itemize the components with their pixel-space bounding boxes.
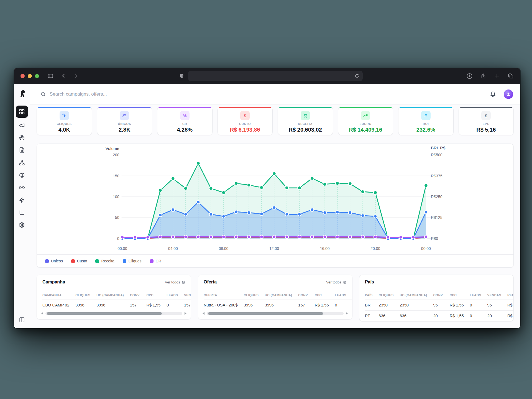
legend-item-únicos[interactable]: Únicos [45,259,63,263]
svg-text:00:00: 00:00 [117,246,127,251]
column-header: VENDAS [184,290,191,300]
trending-up-icon [361,111,370,120]
scroll-left-icon[interactable] [41,312,43,315]
table-cell: 157 [298,300,314,311]
avatar[interactable] [504,89,513,99]
sidebar-item-globe-icon[interactable] [16,170,28,180]
table-cell: 157 [352,300,352,311]
sidebar-item-zap-icon[interactable] [16,195,28,205]
column-header: UC (CAMPANHA) [96,290,130,300]
kpi-accent-bar [338,107,393,108]
legend-swatch [45,259,49,263]
kpi-row: CLIQUES4.0KÚNICOS2.8K%CR4.28%$CUSTOR$ 6.… [37,107,514,135]
ver-todos-link[interactable]: Ver todos [165,280,185,284]
svg-text:200: 200 [113,153,119,157]
horizontal-scrollbar[interactable] [203,312,348,315]
sidebar-item-hierarchy-icon[interactable] [16,158,28,168]
dog-logo[interactable] [14,84,30,104]
search-icon [40,91,46,97]
zoom-button[interactable] [35,74,39,78]
table-cell: Nutra - USA - 200$ [204,300,244,311]
table-cell: 3996 [75,300,96,311]
sidebar-item-settings-icon[interactable] [16,220,28,230]
kpi-value: R$ 20.603,02 [289,127,322,133]
bell-icon[interactable] [490,91,496,97]
legend-item-custo[interactable]: Custo [71,259,87,263]
column-header: RECEITA (CO [507,290,514,300]
svg-text:04:00: 04:00 [168,246,178,251]
horizontal-scrollbar[interactable] [41,312,186,315]
forward-icon[interactable] [73,73,79,79]
cart-icon [301,111,310,120]
sidebar-item-target-icon[interactable] [16,133,28,143]
column-header: CONV. [298,290,314,300]
ver-todos-link[interactable]: Ver todos [326,280,347,284]
reload-icon[interactable] [355,74,359,78]
scroll-left-icon[interactable] [203,312,204,315]
share-icon[interactable] [480,73,486,79]
svg-text:12:00: 12:00 [269,246,279,251]
sidebar-item-file-code-icon[interactable] [16,145,28,155]
kpi-label: CLIQUES [57,122,72,126]
legend-item-receita[interactable]: Receita [95,259,114,263]
sidebar-item-dashboard-icon[interactable] [16,106,28,118]
sidebar-item-link-icon[interactable] [16,183,28,193]
kpi-card-cliques: CLIQUES4.0K [37,107,92,135]
privacy-shield-icon[interactable] [179,73,184,79]
scroll-thumb[interactable] [47,312,162,315]
table-card-oferta: OfertaVer todosOFERTACLIQUESUC (CAMPANHA… [198,275,352,319]
scroll-right-icon[interactable] [346,312,348,315]
kpi-card-roi: ROI232.6% [398,107,454,135]
panel-collapse-icon[interactable] [19,317,25,324]
table-title: Campanha [42,280,65,285]
table-cell: 95 [487,300,507,311]
scroll-track[interactable] [207,312,344,315]
table-card-país: PaísPAÍSCLIQUESUC (CAMPANHA)CONV.CPCLEAD… [359,275,514,321]
address-bar[interactable] [188,71,363,81]
kpi-value: 4.0K [58,127,70,133]
kpi-card-lucro: LUCROR$ 14.409,16 [338,107,393,135]
external-link-icon [343,280,347,284]
minimize-button[interactable] [28,74,32,78]
svg-text:08:00: 08:00 [219,246,228,251]
column-header: LEADS [470,290,487,300]
svg-text:R$250: R$250 [431,195,442,199]
table-title: Oferta [204,280,217,285]
sidebar-toggle-icon[interactable] [47,73,53,79]
legend-item-cliques[interactable]: Cliques [123,259,142,263]
table-cell: R$ 9.288,09 [507,300,514,311]
back-icon[interactable] [61,73,66,79]
downloads-icon[interactable] [466,73,473,79]
scroll-right-icon[interactable] [185,312,186,315]
table-cell: 2350 [400,300,433,311]
sidebar-item-bar-chart-icon[interactable] [16,208,28,218]
new-tab-icon[interactable] [494,73,500,79]
table-cell: R$ 1,55 [146,300,167,311]
legend-label: Únicos [51,259,63,263]
legend-item-cr[interactable]: CR [150,259,161,263]
tab-overview-icon[interactable] [508,73,514,79]
legend-swatch [95,259,99,263]
column-header: CLIQUES [244,290,265,300]
column-header: CPC [450,290,470,300]
traffic-chart-card: 200R$500150R$375100R$25050R$1250R$0Volum… [37,144,514,268]
app-topbar [30,84,520,104]
scroll-track[interactable] [45,312,182,315]
table-cell: 20 [487,311,507,321]
column-header: VENDAS [487,290,507,300]
kpi-accent-bar [459,107,514,108]
table-row: CBO CAMP 0239963996157R$ 1,550157R [42,300,191,311]
kpi-card-custo: $CUSTOR$ 6.193,86 [218,107,273,135]
column-header: VENDAS [352,290,352,300]
arrow-up-right-icon [421,111,431,120]
scroll-thumb[interactable] [208,312,323,315]
sidebar-item-megaphone-icon[interactable] [16,120,28,130]
close-button[interactable] [21,74,25,78]
search-input[interactable] [50,91,166,97]
svg-text:20:00: 20:00 [370,246,380,251]
column-header: CPC [315,290,335,300]
search-bar[interactable] [40,91,486,97]
table-cell: R$ 1,55 [450,311,470,321]
kpi-card-epc: $EPCR$ 5,16 [459,107,514,135]
table-cell: 95 [433,300,449,311]
